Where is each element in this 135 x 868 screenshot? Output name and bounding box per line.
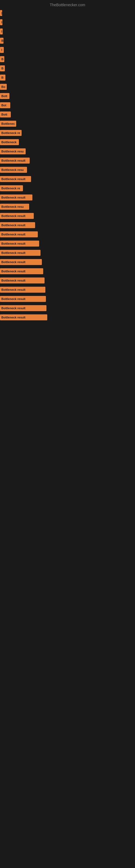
bar-row: Bottleneck result (0, 239, 135, 248)
bar-row: B (0, 55, 135, 64)
bar-row: | (0, 8, 135, 18)
bar-row: B (0, 73, 135, 82)
bar: Bottleneck result (0, 231, 38, 237)
bar-row: Bo (0, 82, 135, 91)
bar-label: Bottleneck result (0, 270, 27, 273)
bar-label: Bottleneck resu (0, 150, 25, 153)
bar: Bott (0, 112, 11, 118)
bar-label: Bo (0, 85, 7, 88)
bar-row: Bottleneck result (0, 220, 135, 230)
bar: Bottleneck result (0, 305, 46, 311)
bar-row: Bottlenec (0, 119, 135, 128)
bar-label: Bottleneck result (0, 214, 27, 218)
bar: Bottleneck result (0, 194, 32, 200)
bar-row: Bottleneck re (0, 184, 135, 193)
bar: Bottleneck resu (0, 167, 27, 173)
bar-row: Bottleneck result (0, 175, 135, 184)
bar-label: B (0, 58, 5, 61)
bar: Bottleneck result (0, 241, 39, 247)
bar: Bottleneck result (0, 213, 34, 219)
bar: Bot (0, 102, 10, 108)
bar: Bottleneck result (0, 158, 30, 163)
bar: B (0, 38, 3, 44)
bar-label: Bottleneck resu (0, 168, 25, 172)
bar: Bo (0, 84, 7, 90)
bar: Bottleneck result (0, 296, 46, 302)
bar-row: Bottleneck resu (0, 147, 135, 156)
bar: Bott (0, 93, 9, 99)
bar: B (0, 74, 5, 81)
bar-row: I (0, 18, 135, 27)
bar-label: Bott (0, 94, 9, 98)
bar: B (0, 65, 5, 71)
bar-row: Bottleneck result (0, 230, 135, 239)
bar: Bottleneck result (0, 314, 47, 320)
bar: Bottleneck (0, 139, 19, 145)
bar-label: Bottlenec (0, 122, 16, 125)
bar: Bottleneck result (0, 222, 35, 228)
bar: B (0, 56, 4, 62)
bar-row: Bottleneck result (0, 294, 135, 304)
bar: Bottleneck re (0, 185, 23, 191)
bar-label: Bottleneck result (0, 233, 27, 236)
bar-row: Bottleneck result (0, 276, 135, 285)
bar: Bottleneck resu (0, 148, 26, 154)
bars-container: |IIBIBBBBoBottBotBottBottlenecBottleneck… (0, 8, 135, 322)
bar-row: Bottleneck result (0, 304, 135, 313)
bar: Bottleneck result (0, 176, 31, 182)
bar-label: Bot (0, 104, 8, 107)
bar-label: Bottleneck result (0, 223, 27, 227)
bar: I (0, 29, 3, 34)
bar: Bottleneck resu (0, 204, 29, 210)
bar-label: Bottleneck result (0, 279, 27, 282)
bar-row: I (0, 45, 135, 55)
bar-row: Bot (0, 101, 135, 110)
bar-label: Bottleneck re (0, 187, 21, 190)
bar-label: B (0, 39, 5, 42)
bar-row: Bottleneck result (0, 156, 135, 165)
bar: Bottleneck result (0, 278, 45, 283)
bar-row: Bottleneck (0, 137, 135, 147)
bar-label: Bottleneck result (0, 177, 27, 181)
bar-label: I (0, 30, 3, 33)
bar-label: | (0, 11, 3, 14)
bar-label: Bottleneck result (0, 159, 27, 162)
bar-row: B (0, 36, 135, 45)
bar-label: Bottleneck result (0, 316, 27, 319)
bar-label: B (0, 76, 5, 79)
bar-row: Bottleneck result (0, 248, 135, 257)
site-title: TheBottlenecker.com (0, 0, 135, 8)
bar: I (0, 19, 2, 25)
bar-label: Bottleneck result (0, 288, 27, 291)
bar: Bottleneck re (0, 130, 21, 136)
bar-label: Bottleneck (0, 141, 18, 144)
bar-row: Bottleneck result (0, 267, 135, 276)
chart-container: TheBottlenecker.com |IIBIBBBBoBottBotBot… (0, 0, 135, 322)
bar: Bottleneck result (0, 287, 45, 293)
bar-row: Bottleneck re (0, 128, 135, 137)
bar-row: Bottleneck result (0, 257, 135, 267)
bar-row: Bott (0, 91, 135, 101)
bar: Bottleneck result (0, 250, 41, 256)
bar: | (0, 10, 2, 16)
bar-row: Bottleneck result (0, 313, 135, 322)
bar-label: I (0, 21, 3, 24)
bar-row: B (0, 64, 135, 73)
bar-label: Bott (0, 113, 9, 116)
bar-row: Bottleneck resu (0, 202, 135, 211)
bar-label: B (0, 67, 5, 70)
bar: I (0, 47, 4, 53)
bar-row: I (0, 27, 135, 36)
bar-row: Bottleneck resu (0, 165, 135, 175)
bar: Bottlenec (0, 121, 16, 127)
bar-label: Bottleneck result (0, 251, 27, 254)
bar: Bottleneck result (0, 268, 43, 274)
bar-row: Bott (0, 110, 135, 119)
bar-label: Bottleneck re (0, 131, 21, 134)
bar-label: Bottleneck result (0, 297, 27, 301)
bar-row: Bottleneck result (0, 193, 135, 202)
bar-label: Bottleneck resu (0, 205, 25, 208)
bar: Bottleneck result (0, 259, 42, 265)
bar-row: Bottleneck result (0, 285, 135, 294)
bar-label: Bottleneck result (0, 196, 27, 199)
